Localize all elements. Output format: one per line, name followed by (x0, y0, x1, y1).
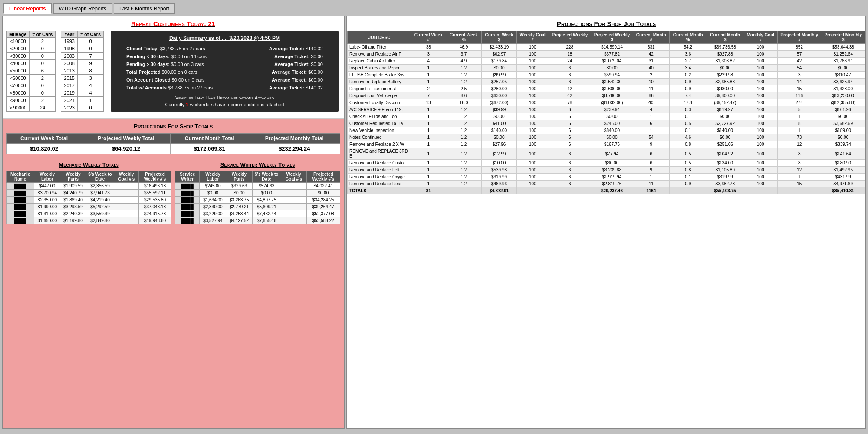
job-col-header: Projected Monthly $ (821, 31, 865, 44)
list-item: 1 (411, 181, 446, 187)
summary-right: Average Ticket: $140.32 (269, 85, 323, 90)
list-item: Remove and Replace 2 X W (348, 141, 411, 148)
summary-row: Total w/ Accounts $3,788.75 on 27 carsAv… (118, 84, 332, 92)
table-row: 2023 (61, 104, 77, 112)
table-row: <80000 (7, 89, 30, 97)
summary-left: Total w/ Accounts $3,788.75 on 27 cars (126, 85, 213, 90)
list-item: 274 (777, 99, 821, 106)
list-item: 100 (743, 167, 777, 174)
list-item: 7 (411, 92, 446, 99)
list-item: 1.2 (446, 79, 482, 85)
list-item: 6 (549, 113, 591, 120)
list-item: $14,599.14 (591, 44, 633, 51)
table-row: 0 (30, 60, 56, 67)
daily-summary-box: Daily Summary as of .... 3/20/2023 @ 4:5… (111, 31, 339, 112)
table-row: 0 (30, 89, 56, 97)
list-item: ($12,355.83) (821, 99, 865, 106)
list-item: 7.4 (669, 92, 707, 99)
summary-row: Pending < 30 days: $0.00 on 14 carsAvera… (118, 53, 332, 60)
list-item: $60.00 (591, 160, 633, 167)
mechanic-table: Mechanic NameWeekly LaborWeekly Parts$'s… (6, 171, 171, 224)
list-item: 6 (549, 181, 591, 187)
table-row: 2003 (61, 53, 77, 60)
list-item: 100 (743, 79, 777, 85)
list-item: 1 (411, 65, 446, 72)
list-item (281, 217, 306, 224)
list-item: 81 (411, 187, 446, 194)
list-item: $1,308.82 (707, 58, 743, 65)
list-item: 0.8 (669, 167, 707, 174)
list-item: $29,535.80 (139, 197, 171, 204)
list-item: 12 (549, 85, 591, 92)
list-item: 100 (743, 113, 777, 120)
list-item: 100 (516, 58, 549, 65)
list-item: $0.00 (821, 113, 865, 120)
table-row: Remove and Replace Left11.2$539.981006$3… (348, 167, 865, 174)
tab-wtd-reports[interactable]: WTD Graph Reports (53, 3, 112, 14)
list-item: 6 (549, 127, 591, 134)
list-item: 5 (777, 106, 821, 113)
list-item: 10 (633, 79, 669, 85)
table-row: ████$3,527.94$4,127.52$7,655.46$53,588.2… (175, 217, 340, 224)
list-item: Customer Loyalty Discoun (348, 99, 411, 106)
summary-left: Pending < 30 days: $0.00 on 14 cars (126, 54, 207, 59)
list-item: 2.7 (669, 58, 707, 65)
list-item: $2,433.19 (482, 44, 516, 51)
list-item: 1 (411, 160, 446, 167)
list-item: Inspect Brakes and Repor (348, 65, 411, 72)
list-item: ████ (7, 210, 34, 217)
list-item: ████ (175, 217, 200, 224)
list-item: 1.2 (446, 174, 482, 181)
job-col-header: Current Month % (669, 31, 707, 44)
list-item: $339.74 (821, 141, 865, 148)
list-item: 6 (633, 148, 669, 160)
list-item: 100 (516, 160, 549, 167)
tab-last-6-months[interactable]: Last 6 Months Report (114, 3, 175, 14)
list-item: 54 (777, 65, 821, 72)
writer-title: Service Writer Weekly Totals (175, 161, 340, 168)
table-row: <20000 (7, 45, 30, 53)
table-row: TOTALS81$4,872.91$29,237.461164$55,103.7… (348, 187, 865, 194)
list-item: $1,492.95 (821, 167, 865, 174)
list-item: 1.2 (446, 65, 482, 72)
list-item: 1 (411, 134, 446, 141)
list-item: $189.00 (821, 127, 865, 134)
list-item: 4 (633, 106, 669, 113)
list-item: FLUSH Complete Brake Sys (348, 72, 411, 79)
list-item: $2,849.80 (86, 217, 114, 224)
list-item: $980.00 (707, 85, 743, 92)
list-item (114, 197, 139, 204)
table-row: 2008 (61, 60, 77, 67)
summary-left: Pending > 30 days: $0.00 on 3 cars (126, 62, 204, 67)
list-item (114, 217, 139, 224)
list-item (669, 187, 707, 194)
list-item: TOTALS (348, 187, 411, 194)
list-item: 1 (411, 79, 446, 85)
list-item: 1 (777, 127, 821, 134)
tab-linear-reports[interactable]: Linear Reports (3, 3, 52, 14)
repeat-title-text: Repeat Customers Today: (131, 20, 206, 27)
list-item: $4,022.41 (306, 183, 340, 190)
list-item: 1 (411, 167, 446, 174)
list-item: 1 (633, 174, 669, 181)
list-item: ████ (175, 197, 200, 204)
list-item: 100 (743, 92, 777, 99)
list-item: 16.0 (446, 99, 482, 106)
list-item: $4,872.91 (482, 187, 516, 194)
list-item (114, 210, 139, 217)
list-item: 100 (743, 127, 777, 134)
list-item: 31 (633, 58, 669, 65)
list-item: ████ (7, 183, 34, 190)
list-item: $1,766.91 (821, 58, 865, 65)
list-item: $134.00 (707, 160, 743, 167)
table-row: Remove and Replace 2 X W11.2$27.961006$1… (348, 141, 865, 148)
list-item: $4,219.40 (86, 197, 114, 204)
list-item: $2,356.59 (86, 183, 114, 190)
table-row: ████$3,229.00$4,253.44$7,482.44$52,377.0… (175, 210, 340, 217)
list-item: $39.99 (482, 106, 516, 113)
table-row: ████$3,700.94$4,240.79$7,941.73$55,592.1… (7, 190, 171, 197)
list-item: 1 (633, 113, 669, 120)
shop-totals-table: Current Week TotalProjected Weekly Total… (6, 133, 340, 154)
list-item: 6 (549, 72, 591, 79)
list-item (549, 187, 591, 194)
